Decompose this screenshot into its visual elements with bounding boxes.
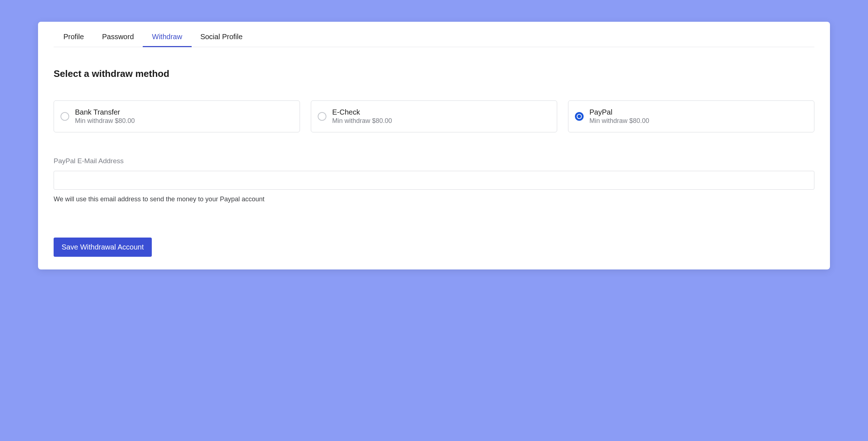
method-paypal[interactable]: PayPal Min withdraw $80.00 [568, 100, 814, 132]
method-e-check[interactable]: E-Check Min withdraw $80.00 [311, 100, 557, 132]
section-title: Select a withdraw method [54, 68, 814, 79]
method-text: Bank Transfer Min withdraw $80.00 [75, 108, 135, 125]
tab-social-profile[interactable]: Social Profile [200, 33, 243, 47]
paypal-email-input[interactable] [54, 171, 814, 190]
method-bank-transfer[interactable]: Bank Transfer Min withdraw $80.00 [54, 100, 300, 132]
method-subtitle: Min withdraw $80.00 [75, 117, 135, 125]
tabs-nav: Profile Password Withdraw Social Profile [54, 22, 814, 47]
settings-card: Profile Password Withdraw Social Profile… [38, 22, 830, 269]
radio-checked-icon [575, 112, 584, 121]
method-name: E-Check [332, 108, 392, 116]
radio-unchecked-icon [318, 112, 326, 121]
method-name: PayPal [589, 108, 649, 116]
tab-password[interactable]: Password [102, 33, 134, 47]
email-helper-text: We will use this email address to send t… [54, 195, 814, 203]
radio-unchecked-icon [60, 112, 69, 121]
withdraw-methods: Bank Transfer Min withdraw $80.00 E-Chec… [54, 100, 814, 132]
email-field-label: PayPal E-Mail Address [54, 157, 814, 165]
tab-withdraw[interactable]: Withdraw [152, 33, 182, 47]
method-subtitle: Min withdraw $80.00 [332, 117, 392, 125]
method-text: E-Check Min withdraw $80.00 [332, 108, 392, 125]
method-text: PayPal Min withdraw $80.00 [589, 108, 649, 125]
method-subtitle: Min withdraw $80.00 [589, 117, 649, 125]
method-name: Bank Transfer [75, 108, 135, 116]
save-withdrawal-button[interactable]: Save Withdrawal Account [54, 238, 152, 257]
tab-profile[interactable]: Profile [63, 33, 84, 47]
